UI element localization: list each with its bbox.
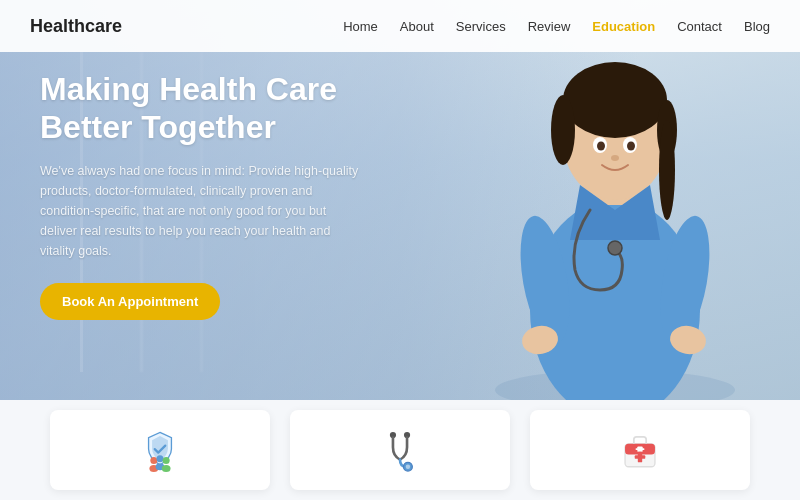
nav-home[interactable]: Home	[343, 19, 378, 34]
card-2	[290, 410, 510, 490]
nav-services[interactable]: Services	[456, 19, 506, 34]
svg-point-4	[563, 62, 667, 138]
hero-title: Making Health Care Better Together	[40, 70, 360, 147]
nav-review[interactable]: Review	[528, 19, 571, 34]
hero-section: Making Health Care Better Together We've…	[0, 0, 800, 400]
book-appointment-button[interactable]: Book An Appointment	[40, 283, 220, 320]
nav-contact[interactable]: Contact	[677, 19, 722, 34]
svg-rect-31	[636, 448, 645, 450]
nav-education[interactable]: Education	[592, 19, 655, 34]
card-3	[530, 410, 750, 490]
svg-point-23	[162, 465, 171, 472]
svg-point-22	[163, 457, 170, 464]
svg-point-5	[551, 95, 575, 165]
svg-point-10	[597, 142, 605, 151]
people-shield-icon	[138, 428, 182, 472]
svg-point-27	[406, 465, 410, 469]
doctor-image	[460, 10, 770, 400]
svg-point-11	[627, 142, 635, 151]
svg-point-20	[156, 455, 163, 462]
svg-point-12	[611, 155, 619, 161]
nav-about[interactable]: About	[400, 19, 434, 34]
svg-rect-33	[635, 455, 646, 459]
stethoscope-icon	[378, 428, 422, 472]
svg-point-18	[150, 457, 157, 464]
medical-kit-icon	[618, 428, 662, 472]
card-1	[50, 410, 270, 490]
header: Healthcare Home About Services Review Ed…	[0, 0, 800, 52]
nav: Home About Services Review Education Con…	[343, 19, 770, 34]
hero-description: We've always had one focus in mind: Prov…	[40, 161, 360, 261]
nav-blog[interactable]: Blog	[744, 19, 770, 34]
cards-section	[0, 400, 800, 500]
svg-point-13	[608, 241, 622, 255]
hero-content: Making Health Care Better Together We've…	[40, 70, 360, 320]
logo: Healthcare	[30, 16, 122, 37]
svg-point-7	[659, 120, 675, 220]
